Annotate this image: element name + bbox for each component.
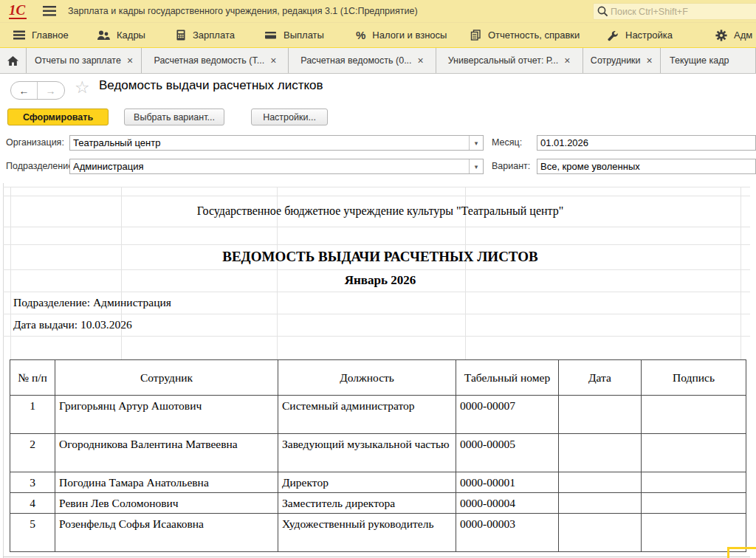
header-position[interactable]: Должность <box>278 360 456 396</box>
organization-input[interactable] <box>70 136 469 150</box>
reports-icon <box>470 30 481 41</box>
section-nastroyka[interactable]: Настройка <box>607 23 673 47</box>
search-icon <box>597 5 609 18</box>
cell-date[interactable] <box>559 396 642 434</box>
report-title: ВЕДОМОСТЬ ВЫДАЧИ РАСЧЕТНЫХ ЛИСТОВ <box>10 244 750 269</box>
tab-otchety-po-zarplate[interactable]: Отчеты по зарплате × <box>27 48 142 73</box>
cell-selection-corner <box>727 547 729 558</box>
cell-tab-number[interactable]: 0000-00003 <box>456 514 559 552</box>
cell-position[interactable]: Системный администратор <box>278 396 456 434</box>
cell-date[interactable] <box>559 514 642 552</box>
tab-raschetnaya-vedomost-0[interactable]: Расчетная ведомость (0... × <box>289 48 436 73</box>
page-title: Ведомость выдачи расчетных листков <box>99 78 323 93</box>
cell-employee[interactable]: Погодина Тамара Анатольевна <box>55 472 278 493</box>
cell-position[interactable]: Художественный руководитель <box>278 514 456 552</box>
back-arrow-icon: ← <box>19 85 30 97</box>
tab-home[interactable] <box>0 48 27 73</box>
global-search[interactable] <box>593 3 756 20</box>
cell-position[interactable]: Директор <box>278 472 456 493</box>
section-administrirovanie[interactable]: Адм <box>715 23 752 47</box>
cell-tab-number[interactable]: 0000-00005 <box>456 434 559 472</box>
month-field[interactable] <box>537 135 756 151</box>
cell-employee[interactable]: Огородникова Валентина Матвеевна <box>55 434 278 472</box>
header-signature[interactable]: Подпись <box>642 360 746 396</box>
cell-tab-number[interactable]: 0000-00007 <box>456 396 559 434</box>
tab-label: Сотрудники <box>591 55 641 66</box>
main-menu-icon[interactable] <box>43 6 56 16</box>
report-company-name: Государственное бюджетное учреждение кул… <box>10 196 750 227</box>
cell-signature[interactable] <box>642 396 746 434</box>
wrench-icon <box>607 30 619 41</box>
tab-label: Текущие кадр <box>670 55 729 66</box>
section-label: Выплаты <box>284 30 324 41</box>
1c-logo: 1С <box>9 3 27 19</box>
organization-dropdown-button[interactable]: ▾ <box>469 136 483 150</box>
section-vyplaty[interactable]: Выплаты <box>264 23 324 47</box>
close-icon[interactable]: × <box>564 55 570 66</box>
report-department-line: Подразделение: Администрация <box>10 292 753 314</box>
generate-button[interactable]: Сформировать <box>7 108 109 125</box>
settings-button[interactable]: Настройки... <box>251 108 328 125</box>
choose-variant-button[interactable]: Выбрать вариант... <box>124 108 224 125</box>
favorite-star-icon[interactable]: ☆ <box>75 78 90 97</box>
cell-signature[interactable] <box>642 514 746 552</box>
forward-button[interactable]: → <box>38 82 63 99</box>
cell-employee[interactable]: Григорьянц Артур Ашотович <box>55 396 278 434</box>
tab-raschetnaya-vedomost-t[interactable]: Расчетная ведомость (Т... × <box>142 48 289 73</box>
report-period: Январь 2026 <box>10 269 750 292</box>
cell-tab-number[interactable]: 0000-00004 <box>456 493 559 514</box>
cell-position[interactable]: Заведующий музыкальной частью <box>278 434 456 472</box>
gridline <box>3 557 750 557</box>
section-kadry[interactable]: Кадры <box>97 23 145 47</box>
report-area[interactable]: Государственное бюджетное учреждение кул… <box>0 183 756 558</box>
chevron-down-icon: ▾ <box>475 140 478 147</box>
header-date[interactable]: Дата <box>559 360 642 396</box>
cell-date[interactable] <box>559 493 642 514</box>
header-tab-number[interactable]: Табельный номер <box>456 360 559 396</box>
header-num[interactable]: № п/п <box>10 360 55 396</box>
cell-signature[interactable] <box>642 493 746 514</box>
cell-position[interactable]: Заместитель директора <box>278 493 456 514</box>
close-icon[interactable]: × <box>418 55 424 66</box>
variant-field[interactable] <box>537 159 756 174</box>
cell-signature[interactable] <box>642 472 746 493</box>
cell-employee[interactable]: Ревин Лев Соломонович <box>55 493 278 514</box>
close-icon[interactable]: × <box>127 55 133 66</box>
gridline <box>3 336 750 337</box>
close-icon[interactable]: × <box>270 55 276 66</box>
section-otchetnost[interactable]: Отчетность, справки <box>470 23 580 47</box>
month-input[interactable] <box>537 136 755 150</box>
tab-sotrudniki[interactable]: Сотрудники × <box>583 48 661 73</box>
cell-num[interactable]: 3 <box>10 472 55 493</box>
organization-field[interactable]: ▾ <box>69 135 484 151</box>
cell-num[interactable]: 4 <box>10 493 55 514</box>
cell-num[interactable]: 2 <box>10 434 55 472</box>
header-employee[interactable]: Сотрудник <box>55 360 278 396</box>
cell-date[interactable] <box>559 472 642 493</box>
sections-icon <box>13 30 25 40</box>
cell-num[interactable]: 5 <box>10 514 55 552</box>
tab-label: Универсальный отчет: Р... <box>448 55 559 66</box>
department-dropdown-button[interactable]: ▾ <box>469 159 483 173</box>
back-button[interactable]: ← <box>11 82 38 99</box>
table-row: 4 Ревин Лев Соломонович Заместитель дире… <box>10 493 746 514</box>
department-field[interactable]: ▾ <box>69 159 484 174</box>
section-glavnoe[interactable]: Главное <box>13 23 69 47</box>
section-zarplata[interactable]: Зарплата <box>176 23 235 47</box>
search-input[interactable] <box>609 6 738 18</box>
section-nalogi[interactable]: % Налоги и взносы <box>356 23 447 47</box>
cell-signature[interactable] <box>642 434 746 472</box>
department-label: Подразделение: <box>6 159 76 174</box>
tab-universalnyy-otchet[interactable]: Универсальный отчет: Р... × <box>436 48 583 73</box>
cell-employee[interactable]: Розенфельд Софья Исааковна <box>55 514 278 552</box>
window-title: Зарплата и кадры государственного учрежд… <box>68 0 418 22</box>
percent-icon: % <box>356 29 365 41</box>
close-icon[interactable]: × <box>647 55 653 66</box>
department-input[interactable] <box>70 159 469 173</box>
section-label: Налоги и взносы <box>372 30 447 41</box>
cell-date[interactable] <box>559 434 642 472</box>
tab-tekushchie-kadry[interactable]: Текущие кадр <box>661 48 756 73</box>
cell-num[interactable]: 1 <box>10 396 55 434</box>
cell-tab-number[interactable]: 0000-00001 <box>456 472 559 493</box>
variant-input[interactable] <box>537 159 755 173</box>
